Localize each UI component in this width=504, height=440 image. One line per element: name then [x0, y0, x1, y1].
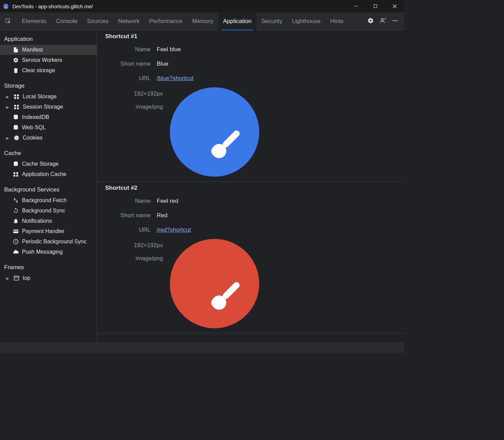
sidebar: ApplicationManifestService WorkersClear … [0, 30, 97, 343]
sidebar-item-label: Session Storage [23, 104, 97, 110]
file-icon [12, 47, 19, 53]
sidebar-item-background-fetch[interactable]: Background Fetch [0, 195, 97, 206]
svg-point-12 [395, 20, 396, 21]
sidebar-item-background-sync[interactable]: Background Sync [0, 206, 97, 216]
sidebar-item-top[interactable]: ▸top [0, 273, 97, 283]
sidebar-item-label: Payment Handler [22, 228, 97, 234]
svg-rect-19 [17, 105, 19, 107]
shortcut-url-link[interactable]: /red?shortcut [157, 227, 191, 233]
sidebar-item-cache-storage[interactable]: Cache Storage [0, 159, 97, 169]
sidebar-item-label: Background Sync [22, 208, 97, 214]
sidebar-heading: Application [0, 32, 97, 45]
sidebar-item-manifest[interactable]: Manifest [0, 45, 97, 55]
main-content: Shortcut #1NameFeel blueShort nameBlueUR… [97, 30, 404, 343]
prop-label: URL [105, 75, 157, 82]
tab-hints[interactable]: Hints [326, 12, 349, 30]
tab-lighthouse[interactable]: Lighthouse [287, 12, 325, 30]
svg-rect-29 [13, 172, 15, 174]
tab-elements[interactable]: Elements [17, 12, 51, 30]
expand-icon: ▸ [6, 94, 10, 100]
prop-label: Name [105, 198, 157, 205]
window-icon [13, 275, 20, 281]
updown-icon [12, 197, 19, 204]
svg-rect-18 [14, 105, 16, 107]
tab-security[interactable]: Security [256, 12, 287, 30]
svg-point-24 [14, 135, 19, 140]
cloud-icon [12, 249, 19, 255]
devtools-icon [3, 3, 9, 9]
grid-icon [13, 104, 20, 110]
tab-console[interactable]: Console [51, 12, 82, 30]
expand-icon: ▸ [6, 135, 10, 141]
more-icon[interactable] [392, 18, 398, 25]
sidebar-item-label: Manifest [22, 47, 97, 53]
prop-value: Feel blue [157, 46, 181, 53]
sidebar-item-label: Push Messaging [22, 249, 97, 255]
sidebar-item-label: Web SQL [22, 124, 97, 131]
sidebar-item-label: Notifications [22, 218, 97, 224]
icon-metadata: 192×192pximage/png [105, 87, 163, 113]
sidebar-item-service-workers[interactable]: Service Workers [0, 55, 97, 65]
tab-memory[interactable]: Memory [187, 12, 218, 30]
sidebar-item-label: Cookies [23, 135, 97, 141]
sidebar-item-label: Service Workers [22, 57, 97, 63]
sidebar-item-label: Background Fetch [22, 197, 97, 204]
svg-rect-4 [374, 5, 377, 8]
svg-rect-21 [17, 108, 19, 109]
bottom-drawer-bar[interactable] [0, 343, 404, 353]
grid-icon [13, 94, 20, 100]
svg-rect-17 [17, 97, 19, 99]
tab-performance[interactable]: Performance [144, 12, 187, 30]
sidebar-item-web-sql[interactable]: Web SQL [0, 122, 97, 133]
bell-icon [12, 218, 19, 224]
sidebar-item-payment-handler[interactable]: Payment Handler [0, 226, 97, 236]
tab-sources[interactable]: Sources [82, 12, 113, 30]
sidebar-item-session-storage[interactable]: ▸Session Storage [0, 102, 97, 112]
window-controls [347, 0, 404, 12]
sidebar-item-local-storage[interactable]: ▸Local Storage [0, 91, 97, 102]
title-bar: DevTools - app-shortcuts.glitch.me/ [0, 0, 404, 12]
tab-application[interactable]: Application [218, 12, 256, 30]
svg-rect-30 [17, 172, 18, 174]
sidebar-item-notifications[interactable]: Notifications [0, 216, 97, 226]
close-button[interactable] [385, 0, 404, 12]
shortcut-icon-preview [170, 87, 259, 177]
prop-value: Red [157, 212, 167, 219]
feedback-icon[interactable] [380, 17, 386, 25]
sidebar-heading: Storage [0, 79, 97, 91]
inspect-element-icon[interactable] [3, 18, 13, 25]
card-icon [12, 228, 19, 234]
svg-point-27 [16, 138, 17, 139]
sidebar-heading: Frames [0, 261, 97, 273]
svg-point-1 [4, 5, 8, 8]
svg-rect-15 [17, 95, 19, 96]
minimize-button[interactable] [347, 0, 366, 12]
tab-network[interactable]: Network [113, 12, 144, 30]
sidebar-item-label: Periodic Background Sync [22, 239, 97, 245]
svg-rect-20 [14, 108, 16, 109]
prop-label: Short name [105, 60, 157, 67]
sidebar-item-periodic-background-sync[interactable]: Periodic Background Sync [0, 236, 97, 247]
svg-rect-32 [17, 175, 18, 177]
svg-rect-31 [13, 175, 15, 177]
sync-icon [12, 208, 19, 214]
database-icon [12, 161, 19, 167]
sidebar-item-application-cache[interactable]: Application Cache [0, 169, 97, 179]
sidebar-heading: Background Services [0, 183, 97, 195]
tabs-bar: ElementsConsoleSourcesNetworkPerformance… [0, 12, 404, 30]
sidebar-item-cookies[interactable]: ▸Cookies [0, 133, 97, 143]
shortcut-title: Shortcut #2 [105, 185, 396, 191]
sidebar-item-clear-storage[interactable]: Clear storage [0, 65, 97, 76]
trash-icon [12, 67, 19, 74]
prop-label: Name [105, 46, 157, 53]
expand-icon: ▸ [6, 104, 10, 110]
shortcut-url-link[interactable]: /blue?shortcut [157, 75, 194, 82]
sidebar-item-label: Clear storage [22, 67, 97, 74]
sidebar-item-label: Cache Storage [22, 161, 97, 167]
maximize-button[interactable] [366, 0, 385, 12]
sidebar-item-push-messaging[interactable]: Push Messaging [0, 247, 97, 257]
settings-icon[interactable] [367, 17, 374, 25]
database-icon [12, 124, 19, 131]
prop-value: Feel red [157, 198, 178, 205]
sidebar-item-indexeddb[interactable]: IndexedDB [0, 112, 97, 122]
